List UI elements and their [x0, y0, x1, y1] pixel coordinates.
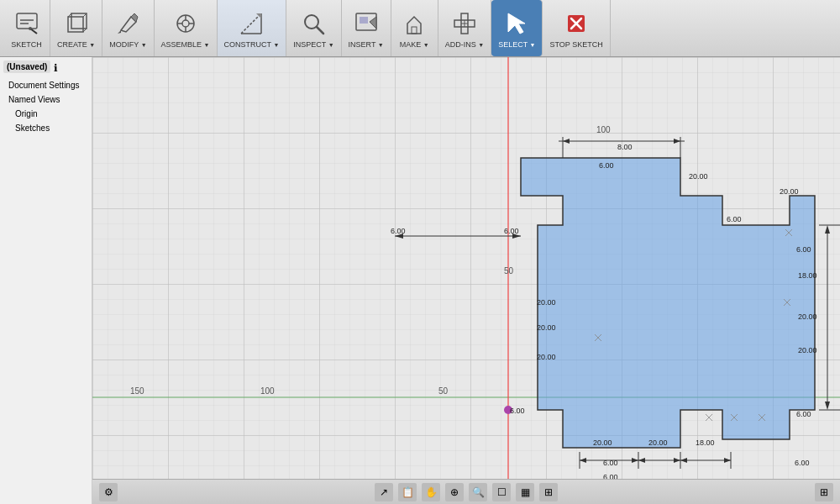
- svg-rect-4: [68, 17, 83, 32]
- pan-icon[interactable]: ✋: [422, 483, 440, 501]
- assemble-label: ASSEMBLE ▼: [161, 40, 210, 49]
- svg-rect-27: [461, 27, 468, 34]
- addins-button[interactable]: ADD-INS ▼: [438, 0, 491, 56]
- assemble-button[interactable]: ASSEMBLE ▼: [155, 0, 218, 56]
- modify-label: MODIFY ▼: [109, 40, 146, 49]
- navigate-icon[interactable]: ↗: [375, 483, 393, 501]
- modify-button[interactable]: MODIFY ▼: [102, 0, 154, 56]
- main-area: (Unsaved) ℹ Document Settings Named View…: [0, 57, 840, 504]
- inspect-button[interactable]: INSPECT ▼: [286, 0, 341, 56]
- sidebar-item-origin[interactable]: Origin: [10, 107, 88, 121]
- insert-label: INSERT ▼: [349, 40, 384, 49]
- svg-rect-35: [92, 57, 840, 504]
- bottombar-center: ↗ 📋 ✋ ⊕ 🔍 ☐ ▦ ⊞: [375, 483, 558, 501]
- addins-label: ADD-INS ▼: [445, 40, 484, 49]
- create-label: CREATE ▼: [57, 40, 95, 49]
- insert-button[interactable]: INSERT ▼: [342, 0, 391, 56]
- construct-icon: [236, 8, 266, 39]
- svg-point-10: [182, 20, 189, 27]
- svg-rect-23: [412, 27, 417, 34]
- make-label: MAKE ▼: [400, 40, 429, 49]
- create-button[interactable]: CREATE ▼: [50, 0, 102, 56]
- svg-point-3: [29, 27, 32, 30]
- svg-line-15: [241, 13, 261, 34]
- addins-icon: [449, 8, 480, 39]
- svg-rect-22: [360, 17, 368, 24]
- inspect-label: INSPECT ▼: [293, 40, 333, 49]
- svg-rect-26: [461, 13, 468, 20]
- svg-rect-0: [17, 13, 37, 29]
- make-icon: [399, 8, 429, 39]
- toolbar: SKETCH CREATE ▼ MODIFY ▼: [0, 0, 840, 57]
- bottombar-left: ⚙: [99, 483, 118, 501]
- unsaved-info-icon[interactable]: ℹ: [54, 62, 58, 74]
- stop-sketch-label: STOP SKETCH: [549, 40, 602, 49]
- svg-marker-30: [508, 13, 525, 34]
- zoom-icon[interactable]: 🔍: [469, 483, 487, 501]
- assemble-icon: [171, 8, 201, 39]
- sidebar: (Unsaved) ℹ Document Settings Named View…: [0, 57, 92, 504]
- sidebar-item-document-settings[interactable]: Document Settings: [3, 78, 88, 92]
- stop-sketch-button[interactable]: STOP SKETCH: [543, 0, 610, 56]
- sidebar-item-sketches[interactable]: Sketches: [10, 121, 88, 135]
- sidebar-item-named-views[interactable]: Named Views: [3, 92, 88, 107]
- display-mode-icon[interactable]: ☐: [492, 483, 511, 501]
- settings-gear-icon[interactable]: ⚙: [99, 483, 118, 501]
- expand-icon[interactable]: ⊞: [815, 483, 833, 501]
- svg-rect-25: [468, 20, 475, 27]
- bottombar-right: ⊞: [815, 483, 833, 501]
- copy-icon[interactable]: 📋: [398, 483, 417, 501]
- select-icon: [501, 8, 532, 39]
- grid-view-icon[interactable]: ▦: [516, 483, 534, 501]
- modify-icon: [113, 8, 143, 39]
- grid: [92, 57, 840, 504]
- canvas[interactable]: 150 100 50 100 50 8.00 6.00 20.00 20.00 …: [92, 57, 840, 504]
- create-icon: [61, 8, 92, 39]
- bottom-toolbar: ⚙ ↗ 📋 ✋ ⊕ 🔍 ☐ ▦ ⊞ ⊞: [92, 479, 840, 504]
- sketch-label: SKETCH: [11, 40, 42, 49]
- document-title: (Unsaved): [3, 60, 50, 73]
- select-label: SELECT ▼: [498, 40, 535, 49]
- svg-rect-24: [454, 20, 461, 27]
- select-button[interactable]: SELECT ▼: [491, 0, 543, 56]
- insert-icon: [351, 8, 381, 39]
- inspect-icon: [298, 8, 328, 39]
- stop-sketch-icon: [561, 8, 591, 39]
- make-button[interactable]: MAKE ▼: [391, 0, 438, 56]
- sketch-button[interactable]: SKETCH: [3, 0, 50, 56]
- sketch-icon: [12, 8, 42, 39]
- svg-line-20: [317, 27, 323, 34]
- construct-button[interactable]: CONSTRUCT ▼: [218, 0, 287, 56]
- construct-label: CONSTRUCT ▼: [224, 40, 280, 49]
- zoom-in-icon[interactable]: ⊕: [445, 483, 464, 501]
- table-view-icon[interactable]: ⊞: [539, 483, 558, 501]
